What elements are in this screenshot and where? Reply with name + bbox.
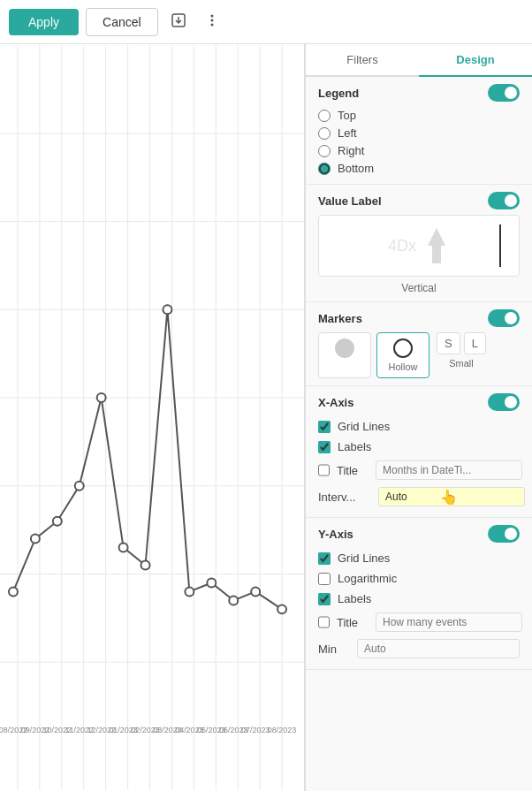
markers-header: Markers xyxy=(318,309,520,327)
markers-toggle[interactable] xyxy=(488,309,520,327)
top-bar: Apply Cancel xyxy=(0,0,532,44)
x-labels-checkbox[interactable] xyxy=(318,441,331,453)
preview-vertical-line xyxy=(499,224,501,267)
value-label-toggle[interactable] xyxy=(488,192,520,209)
y-grid-lines-row[interactable]: Grid Lines xyxy=(318,548,520,568)
cancel-button[interactable]: Cancel xyxy=(86,8,158,36)
y-min-input[interactable] xyxy=(357,639,520,658)
svg-point-34 xyxy=(229,596,238,605)
filled-circle-icon xyxy=(335,338,354,358)
y-title-row: Title xyxy=(318,609,520,635)
legend-toggle[interactable] xyxy=(488,84,520,102)
svg-point-31 xyxy=(163,305,171,314)
more-options-button[interactable] xyxy=(199,9,225,35)
y-grid-lines-checkbox[interactable] xyxy=(318,552,331,565)
x-interval-label: Interv... xyxy=(318,491,371,504)
svg-point-28 xyxy=(97,393,106,402)
marker-size-s[interactable]: S xyxy=(437,332,460,354)
y-axis-title: Y-Axis xyxy=(318,528,353,541)
x-axis-toggle[interactable] xyxy=(488,393,520,411)
svg-point-29 xyxy=(119,544,128,552)
svg-point-36 xyxy=(277,605,286,613)
marker-hollow[interactable]: Hollow xyxy=(376,332,429,378)
x-axis-section: X-Axis Grid Lines Labels Title Inter xyxy=(306,386,532,518)
svg-point-3 xyxy=(210,23,213,26)
legend-title: Legend xyxy=(318,87,359,100)
svg-text:08/2023: 08/2023 xyxy=(268,726,296,734)
main-content: 08/2022 09/2022 10/2022 11/2022 12/2022 … xyxy=(0,44,532,791)
svg-point-27 xyxy=(75,482,84,491)
y-title-checkbox[interactable] xyxy=(318,616,330,628)
tabs: Filters Design xyxy=(306,44,532,77)
legend-header: Legend xyxy=(318,84,520,102)
chart-area: 08/2022 09/2022 10/2022 11/2022 12/2022 … xyxy=(0,44,305,791)
marker-filled[interactable] xyxy=(318,332,371,378)
x-title-checkbox[interactable] xyxy=(318,464,330,476)
vertical-label: Vertical xyxy=(318,282,520,294)
x-labels-row[interactable]: Labels xyxy=(318,437,520,457)
x-grid-lines-row[interactable]: Grid Lines xyxy=(318,416,520,437)
legend-section: Legend Top Left Right xyxy=(306,77,532,185)
marker-shape-group: Hollow xyxy=(318,332,429,378)
marker-size-group: S L Small xyxy=(437,332,486,369)
svg-point-35 xyxy=(251,587,260,596)
tab-design[interactable]: Design xyxy=(419,44,532,77)
svg-point-33 xyxy=(207,578,216,587)
y-logarithmic-checkbox[interactable] xyxy=(318,573,331,585)
chart-svg: 08/2022 09/2022 10/2022 11/2022 12/2022 … xyxy=(0,44,304,791)
small-label: Small xyxy=(437,358,486,369)
legend-option-left[interactable]: Left xyxy=(318,126,520,140)
svg-point-30 xyxy=(141,561,150,570)
legend-radio-group: Top Left Right Bottom xyxy=(318,107,520,177)
x-grid-lines-checkbox[interactable] xyxy=(318,421,331,433)
svg-point-1 xyxy=(210,14,213,17)
y-min-label: Min xyxy=(318,643,350,656)
y-axis-section: Y-Axis Grid Lines Logarithmic Labels xyxy=(306,518,532,670)
apply-button[interactable]: Apply xyxy=(9,9,79,35)
x-title-row: Title xyxy=(318,457,520,483)
x-title-input[interactable] xyxy=(376,460,522,480)
y-axis-header: Y-Axis xyxy=(318,525,520,543)
y-labels-checkbox[interactable] xyxy=(318,593,331,605)
y-axis-toggle[interactable] xyxy=(488,525,520,543)
markers-section: Markers Hollow xyxy=(306,302,532,386)
svg-point-25 xyxy=(31,535,40,544)
x-interval-row: Interv... 👆 xyxy=(318,483,520,510)
value-label-section: Value Label 4Dx Vertical xyxy=(306,185,532,302)
marker-size-l[interactable]: L xyxy=(464,332,486,354)
legend-option-right[interactable]: Right xyxy=(318,144,520,157)
markers-title: Markers xyxy=(318,312,362,325)
svg-point-2 xyxy=(210,19,213,21)
value-label-title: Value Label xyxy=(318,194,382,208)
x-axis-title: X-Axis xyxy=(318,396,353,409)
download-button[interactable] xyxy=(165,9,192,35)
y-title-input[interactable] xyxy=(376,612,522,632)
svg-text:07/2023: 07/2023 xyxy=(241,726,270,734)
legend-option-bottom[interactable]: Bottom xyxy=(318,162,520,175)
x-title-label: Title xyxy=(337,464,369,477)
value-label-preview: 4Dx xyxy=(318,215,520,277)
preview-sample-text: 4Dx xyxy=(388,237,416,255)
preview-pin-icon xyxy=(423,224,450,268)
cursor-icon: 👆 xyxy=(440,489,458,506)
legend-option-top[interactable]: Top xyxy=(318,109,520,122)
tab-filters[interactable]: Filters xyxy=(306,44,419,77)
value-label-header: Value Label xyxy=(318,192,520,209)
y-title-label: Title xyxy=(337,616,369,629)
svg-point-32 xyxy=(185,587,194,596)
y-min-row: Min xyxy=(318,635,520,662)
hollow-circle-icon xyxy=(393,338,413,358)
y-labels-row[interactable]: Labels xyxy=(318,589,520,609)
x-axis-header: X-Axis xyxy=(318,393,520,411)
svg-point-26 xyxy=(53,517,62,526)
right-panel: Filters Design Legend Top Left xyxy=(305,44,532,791)
hollow-label: Hollow xyxy=(388,361,417,372)
svg-point-24 xyxy=(9,587,18,596)
y-logarithmic-row[interactable]: Logarithmic xyxy=(318,568,520,589)
